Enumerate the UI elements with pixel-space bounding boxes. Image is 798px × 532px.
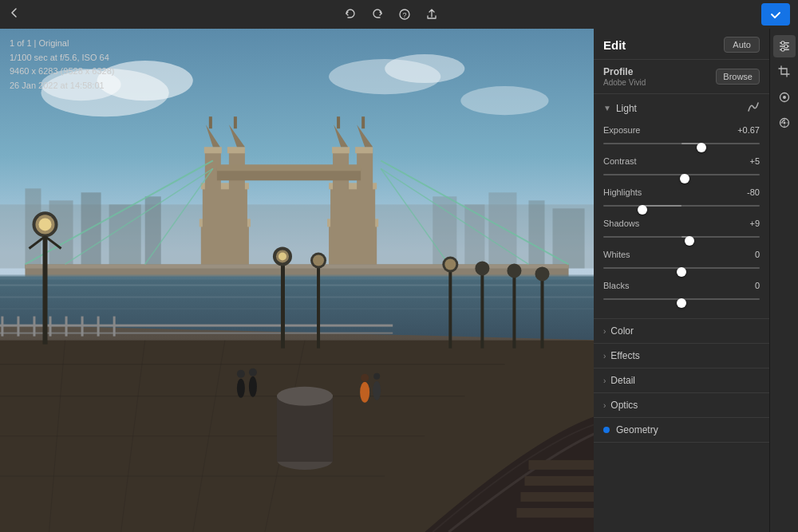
top-bar-center: ? (339, 3, 443, 26)
contrast-value: +5 (749, 156, 760, 166)
optics-title: Optics (610, 400, 638, 411)
svg-point-108 (361, 374, 369, 382)
confirm-button[interactable] (761, 3, 790, 26)
svg-rect-73 (1, 317, 3, 337)
svg-rect-112 (277, 396, 333, 462)
share-button[interactable] (421, 3, 443, 26)
svg-rect-31 (209, 116, 212, 128)
redo-button[interactable] (366, 3, 389, 26)
edit-panel-container: Edit Auto Profile Adobe Vivid Browse ▼ (594, 29, 769, 532)
top-bar-right (761, 3, 790, 26)
back-button[interactable] (8, 6, 21, 22)
svg-point-127 (783, 122, 785, 124)
main-content: 1 of 1 | Original 1/100 sec at f/5.6, IS… (0, 29, 798, 532)
svg-rect-80 (113, 317, 116, 337)
svg-point-123 (781, 48, 784, 51)
slider-shadows: Shadows +9 (603, 219, 760, 243)
blacks-track[interactable] (603, 293, 760, 305)
slider-highlights: Highlights -80 (603, 187, 760, 212)
auto-button[interactable]: Auto (724, 37, 760, 53)
optics-chevron: › (603, 401, 606, 410)
svg-rect-75 (33, 317, 35, 337)
svg-rect-58 (0, 309, 594, 309)
meta-line4: 26 Jan 2022 at 14:58:01 (10, 79, 115, 93)
masking-button[interactable] (773, 112, 796, 134)
light-title: Light (616, 103, 637, 114)
geometry-title: Geometry (616, 424, 658, 435)
detail-section-header[interactable]: › Detail (594, 368, 769, 392)
svg-text:?: ? (402, 11, 406, 19)
svg-rect-76 (49, 317, 52, 337)
svg-point-93 (313, 254, 324, 266)
svg-point-98 (475, 261, 489, 275)
svg-point-110 (373, 373, 380, 380)
svg-rect-43 (361, 116, 365, 128)
blacks-label: Blacks (603, 281, 629, 290)
photo-area: 1 of 1 | Original 1/100 sec at f/5.6, IS… (0, 29, 594, 532)
meta-line3: 9460 x 6283 (9528 x 6328) (10, 65, 115, 79)
svg-point-105 (249, 376, 257, 397)
exposure-track[interactable] (603, 137, 760, 150)
color-section-header[interactable]: › Color (594, 319, 769, 343)
photo-meta: 1 of 1 | Original 1/100 sec at f/5.6, IS… (10, 37, 115, 93)
geometry-title-row: Geometry (603, 424, 658, 435)
effects-chevron: › (603, 352, 606, 361)
svg-point-96 (444, 258, 456, 270)
edit-title: Edit (603, 38, 626, 52)
slider-exposure: Exposure +0.67 (603, 125, 760, 150)
svg-point-7 (385, 54, 464, 83)
highlights-value: -80 (747, 187, 760, 197)
exposure-label: Exposure (603, 125, 640, 135)
browse-button[interactable]: Browse (716, 69, 760, 85)
svg-rect-81 (42, 228, 47, 344)
svg-rect-72 (0, 333, 393, 334)
highlights-label: Highlights (603, 187, 642, 197)
shadows-value: +9 (749, 219, 760, 228)
svg-rect-101 (540, 278, 543, 348)
healing-button[interactable] (773, 86, 796, 108)
top-bar: ? (0, 0, 798, 29)
svg-point-107 (360, 382, 369, 403)
svg-point-100 (507, 263, 521, 278)
highlights-track[interactable] (603, 199, 760, 212)
light-section-header[interactable]: ▼ Light (594, 94, 769, 122)
geometry-dot (603, 427, 610, 433)
svg-rect-79 (97, 317, 100, 337)
geometry-section: Geometry (594, 418, 769, 443)
whites-value: 0 (755, 250, 760, 259)
meta-line1: 1 of 1 | Original (10, 37, 115, 51)
svg-point-113 (277, 387, 333, 406)
edit-panel-scroll: Edit Auto Profile Adobe Vivid Browse ▼ (594, 29, 769, 532)
svg-point-125 (783, 96, 786, 99)
svg-rect-97 (480, 272, 484, 348)
adjustments-button[interactable] (773, 35, 796, 57)
detail-chevron: › (603, 376, 606, 385)
crop-button[interactable] (773, 61, 796, 83)
profile-sub: Adobe Vivid (603, 78, 646, 87)
effects-section-header[interactable]: › Effects (594, 344, 769, 368)
svg-rect-19 (553, 208, 585, 268)
optics-section-header[interactable]: › Optics (594, 393, 769, 417)
svg-rect-38 (332, 147, 350, 153)
edit-header: Edit Auto (594, 29, 769, 60)
svg-point-84 (38, 218, 51, 231)
svg-rect-12 (81, 192, 101, 268)
svg-rect-87 (281, 260, 285, 348)
svg-point-102 (535, 266, 549, 281)
svg-point-106 (249, 368, 257, 376)
geometry-section-header[interactable]: Geometry (594, 418, 769, 442)
svg-point-103 (237, 379, 245, 398)
light-chevron: ▼ (603, 104, 611, 112)
top-bar-left (8, 6, 21, 22)
svg-rect-99 (512, 274, 516, 348)
contrast-track[interactable] (603, 168, 760, 181)
back-icon (8, 6, 21, 22)
svg-rect-116 (520, 492, 594, 502)
svg-rect-13 (109, 204, 141, 268)
svg-rect-32 (234, 116, 237, 128)
help-button[interactable]: ? (393, 3, 416, 26)
shadows-track[interactable] (603, 231, 760, 243)
svg-point-8 (460, 86, 548, 115)
undo-button[interactable] (339, 3, 361, 26)
whites-track[interactable] (603, 262, 760, 274)
